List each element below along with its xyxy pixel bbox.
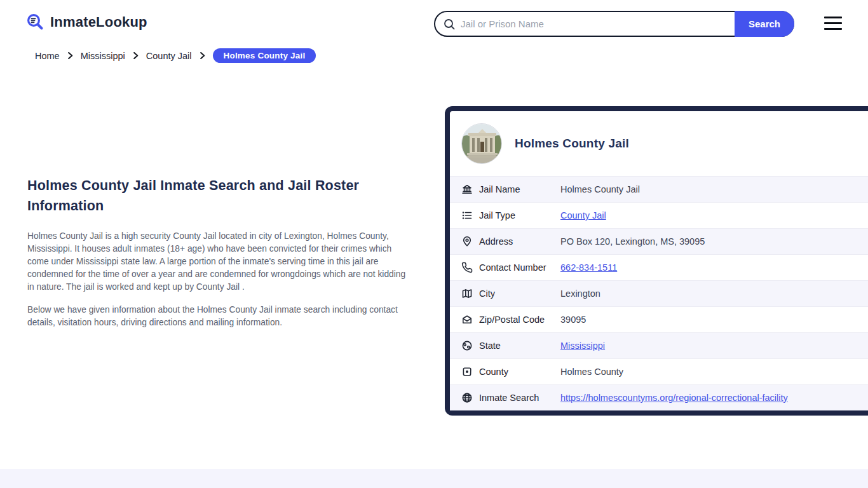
mail-icon	[461, 314, 473, 325]
search-bar: Search	[434, 11, 794, 37]
logo-text: InmateLookup	[50, 14, 147, 30]
jail-info-card: Holmes County Jail Jail Name Holmes Coun…	[445, 106, 868, 416]
top-header: InmateLookup Search	[0, 0, 868, 47]
row-value: PO Box 120, Lexington, MS, 39095	[560, 236, 705, 247]
logo[interactable]: InmateLookup	[25, 13, 147, 32]
row-value: Lexington	[560, 288, 600, 299]
table-row-address: Address PO Box 120, Lexington, MS, 39095	[450, 228, 868, 254]
row-label: County	[479, 367, 560, 377]
table-row-jail-name: Jail Name Holmes County Jail	[450, 176, 868, 202]
phone-icon	[461, 262, 473, 273]
contact-number-link[interactable]: 662-834-1511	[560, 262, 617, 273]
inmate-search-link[interactable]: https://holmescountyms.org/regional-corr…	[560, 393, 788, 403]
search-icon	[443, 18, 456, 30]
row-label: Zip/Postal Code	[479, 315, 560, 325]
chevron-right-icon	[132, 52, 139, 59]
globe-wire-icon	[461, 392, 473, 403]
chevron-right-icon	[199, 52, 206, 59]
jail-card-header: Holmes County Jail	[450, 111, 868, 176]
breadcrumb-current-badge: Holmes County Jail	[213, 48, 316, 63]
globe-land-icon	[461, 340, 473, 351]
table-row-zip: Zip/Postal Code 39095	[450, 306, 868, 332]
search-button[interactable]: Search	[735, 11, 794, 37]
row-value: Holmes County Jail	[560, 184, 640, 194]
map-icon	[461, 288, 473, 299]
row-value: 39095	[560, 315, 586, 325]
courthouse-photo	[461, 123, 502, 164]
state-link[interactable]: Mississippi	[560, 341, 605, 351]
row-label: Jail Name	[479, 184, 560, 194]
table-row-city: City Lexington	[450, 280, 868, 306]
table-row-contact: Contact Number 662-834-1511	[450, 254, 868, 280]
table-row-inmate-search: Inmate Search https://holmescountyms.org…	[450, 384, 868, 410]
row-label: Inmate Search	[479, 393, 560, 403]
breadcrumb: Home Mississippi County Jail Holmes Coun…	[35, 48, 316, 63]
table-row-state: State Mississippi	[450, 332, 868, 358]
breadcrumb-state[interactable]: Mississippi	[81, 51, 125, 61]
article: Holmes County Jail Inmate Search and Jai…	[27, 175, 406, 339]
list-icon	[461, 210, 473, 221]
table-row-county: County Holmes County	[450, 358, 868, 384]
row-label: City	[479, 288, 560, 299]
row-value: Holmes County	[560, 367, 623, 377]
page-title: Holmes County Jail Inmate Search and Jai…	[27, 175, 406, 216]
chevron-right-icon	[67, 52, 74, 59]
row-label: Address	[479, 236, 560, 247]
hamburger-menu-icon[interactable]	[824, 17, 842, 30]
row-label: Jail Type	[479, 210, 560, 220]
table-row-jail-type: Jail Type County Jail	[450, 202, 868, 228]
bank-icon	[461, 184, 473, 195]
row-label: Contact Number	[479, 262, 560, 273]
breadcrumb-jail-type[interactable]: County Jail	[146, 51, 192, 61]
article-paragraph: Holmes County Jail is a high security Co…	[27, 230, 406, 294]
magnifier-document-icon	[25, 13, 44, 32]
map-pin-icon	[461, 236, 473, 247]
article-paragraph: Below we have given information about th…	[27, 304, 406, 329]
jail-card-title: Holmes County Jail	[515, 137, 629, 151]
jail-type-link[interactable]: County Jail	[560, 210, 606, 220]
footer-band	[0, 469, 868, 488]
row-label: State	[479, 341, 560, 351]
county-map-icon	[461, 366, 473, 377]
jail-details-table: Jail Name Holmes County Jail Jail Type C…	[450, 176, 868, 410]
breadcrumb-home[interactable]: Home	[35, 51, 60, 61]
